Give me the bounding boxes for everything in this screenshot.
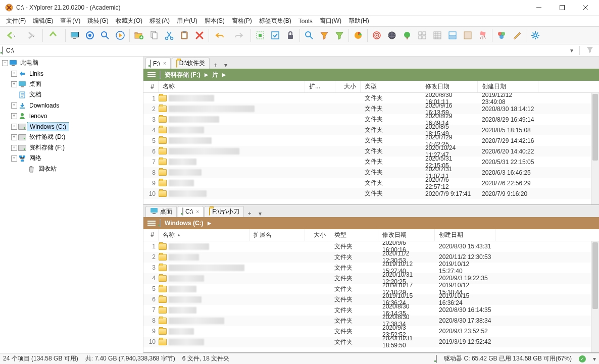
expander-icon[interactable] <box>11 92 17 98</box>
checkbox-icon[interactable] <box>268 28 282 42</box>
filter-toggle-icon[interactable] <box>583 45 597 55</box>
expander-icon[interactable]: + <box>11 134 17 140</box>
select-icon[interactable] <box>253 28 267 42</box>
tree-node[interactable]: −此电脑 <box>0 58 143 68</box>
menu-item[interactable]: 文件(F) <box>3 16 29 26</box>
chevron-icon[interactable]: ▶ <box>222 72 226 77</box>
tab[interactable]: F:\× <box>145 58 171 69</box>
list-item[interactable]: 5 文件夹 2020/7/29 14:42:25 2020/7/29 14:42… <box>143 135 599 146</box>
tree-node[interactable]: +网络 <box>0 153 143 164</box>
paste-icon[interactable] <box>177 28 191 42</box>
expander-icon[interactable]: + <box>11 155 17 162</box>
expander-icon[interactable]: + <box>11 102 17 109</box>
list-item[interactable]: 10 文件夹 2020/10/31 18:59:50 2019/3/19 12:… <box>143 337 599 347</box>
column-icon[interactable] <box>461 28 475 42</box>
menu-icon[interactable] <box>147 72 156 77</box>
tree-node[interactable]: +Downloads <box>0 100 143 111</box>
tree-node[interactable]: 文档 <box>0 89 143 100</box>
list-item[interactable]: 8 文件夹 2020/7/31 11:07:11 2020/6/3 16:46:… <box>143 167 599 178</box>
expander-icon[interactable]: + <box>11 113 17 119</box>
list-item[interactable]: 9 文件夹 2020/9/3 23:52:52 2020/9/3 23:52:5… <box>143 326 599 337</box>
list-item[interactable]: 1 文件夹 2020/8/30 16:01:11 2019/12/12 23:4… <box>143 93 599 103</box>
list-item[interactable]: 2 文件夹 2020/11/2 12:30:53 2020/11/2 12:30… <box>143 252 599 263</box>
lock-icon[interactable] <box>283 28 297 42</box>
expander-icon[interactable]: + <box>11 124 17 130</box>
address-input[interactable] <box>6 47 564 54</box>
file-list[interactable]: 1 文件夹 2020/9/6 16:00:16 2020/8/30 15:43:… <box>143 241 599 353</box>
tree-node[interactable]: 回收站 <box>0 164 143 174</box>
detail-icon[interactable] <box>430 28 444 42</box>
col-size[interactable]: 大小 <box>335 81 361 92</box>
col-name[interactable]: 名称 <box>159 81 305 92</box>
spiral-icon[interactable] <box>370 28 384 42</box>
col-name[interactable]: 名称 ▲ <box>159 229 249 241</box>
menu-item[interactable]: 脚本(S) <box>202 16 228 26</box>
menu-item[interactable]: 标签页集(B) <box>256 16 294 26</box>
tab-menu-icon[interactable]: ▾ <box>256 210 265 217</box>
col-size[interactable]: 大小 <box>305 229 330 241</box>
up-button[interactable] <box>45 28 63 42</box>
settings-icon[interactable] <box>528 28 542 42</box>
col-ext[interactable]: 扩... <box>305 81 335 92</box>
tab-menu-icon[interactable]: ▾ <box>221 62 230 69</box>
undo-button[interactable] <box>211 28 229 42</box>
globe-icon[interactable] <box>385 28 399 42</box>
list-item[interactable]: 2 文件夹 2020/9/16 16:13:59 2020/8/30 18:14… <box>143 103 599 114</box>
menu-item[interactable]: 收藏夹(O) <box>113 16 145 26</box>
file-list[interactable]: 1 文件夹 2020/8/30 16:01:11 2019/12/12 23:4… <box>143 93 599 204</box>
list-item[interactable]: 4 文件夹 2020/10/31 12:20:25 2020/9/3 19:22… <box>143 273 599 284</box>
pie-icon[interactable] <box>351 28 365 42</box>
search-icon[interactable] <box>98 28 112 42</box>
col-num[interactable]: # <box>143 229 159 241</box>
list-item[interactable]: 8 文件夹 2020/8/30 17:38:34 2020/8/30 17:38… <box>143 316 599 326</box>
delete-icon[interactable] <box>192 28 207 42</box>
menu-item[interactable]: Tools <box>295 17 316 26</box>
list-item[interactable]: 7 文件夹 2020/5/31 22:15:05 2020/5/31 22:15… <box>143 157 599 167</box>
tab[interactable]: F:\片\小刀 <box>205 206 243 217</box>
crumb-label[interactable]: 资料存储 (F:) <box>165 71 201 79</box>
tree-node[interactable]: +Links <box>0 68 143 79</box>
minimize-button[interactable] <box>527 0 551 15</box>
brush-icon[interactable] <box>510 28 524 42</box>
zoom-icon[interactable] <box>302 28 316 42</box>
cut-icon[interactable] <box>162 28 176 42</box>
status-ok-icon[interactable]: ✓ <box>579 355 586 362</box>
folder-tree[interactable]: −此电脑+Links+桌面文档+Downloads+lenovo+Windows… <box>0 57 143 353</box>
list-item[interactable]: 6 文件夹 2019/10/15 16:36:24 2019/10/15 16:… <box>143 294 599 305</box>
tab[interactable]: C:\× <box>178 206 204 217</box>
list-item[interactable]: 6 文件夹 2020/10/24 11:27:47 2020/6/20 14:4… <box>143 146 599 157</box>
list-item[interactable]: 4 文件夹 2020/8/5 18:15:49 2020/8/5 18:15:0… <box>143 125 599 135</box>
menu-item[interactable]: 查看(V) <box>57 16 83 26</box>
tab[interactable]: 桌面 <box>145 206 177 217</box>
new-tab-button[interactable]: + <box>211 62 220 69</box>
tab-close-icon[interactable]: × <box>196 209 199 215</box>
copy-icon[interactable] <box>147 28 161 42</box>
menu-item[interactable]: 窗格(P) <box>229 16 255 26</box>
new-folder-icon[interactable] <box>132 28 146 42</box>
crumb-label[interactable]: 片 <box>212 71 218 79</box>
chevron-icon[interactable]: ▶ <box>208 221 211 226</box>
menu-item[interactable]: 跳转(G) <box>84 16 111 26</box>
redo-button[interactable] <box>230 28 248 42</box>
expander-icon[interactable]: + <box>11 145 17 151</box>
list-item[interactable]: 1 文件夹 2020/9/6 16:00:16 2020/8/30 15:43:… <box>143 241 599 252</box>
tree-node[interactable]: +资料存储 (F:) <box>0 142 143 153</box>
list-item[interactable]: 10 文件夹 2020/7/9 9:17:41 2020/7/9 9:16:20 <box>143 188 599 199</box>
expander-icon[interactable] <box>20 166 26 172</box>
col-num[interactable]: # <box>143 81 159 92</box>
list-item[interactable]: 3 文件夹 2019/10/12 15:27:40 2019/10/12 15:… <box>143 263 599 273</box>
col-ext[interactable]: 扩展名 <box>249 229 305 241</box>
expander-icon[interactable]: − <box>2 60 8 66</box>
list-item[interactable]: 9 文件夹 2020/7/6 22:57:12 2020/7/6 22:56:2… <box>143 178 599 188</box>
breadcrumb[interactable]: Windows (C:)▶ <box>143 217 599 229</box>
filter-green-icon[interactable] <box>332 28 346 42</box>
new-tab-button[interactable]: + <box>245 210 255 217</box>
scrollbar[interactable] <box>591 241 599 353</box>
col-created[interactable]: 创建日期 <box>478 81 538 92</box>
tab-close-icon[interactable]: × <box>163 61 166 66</box>
menu-item[interactable]: 标签(A) <box>146 16 173 26</box>
status-dropdown-icon[interactable]: ▾ <box>593 355 596 362</box>
scrollbar[interactable] <box>591 93 599 204</box>
col-type[interactable]: 类型 <box>330 229 378 241</box>
chevron-icon[interactable]: ▶ <box>205 72 208 77</box>
